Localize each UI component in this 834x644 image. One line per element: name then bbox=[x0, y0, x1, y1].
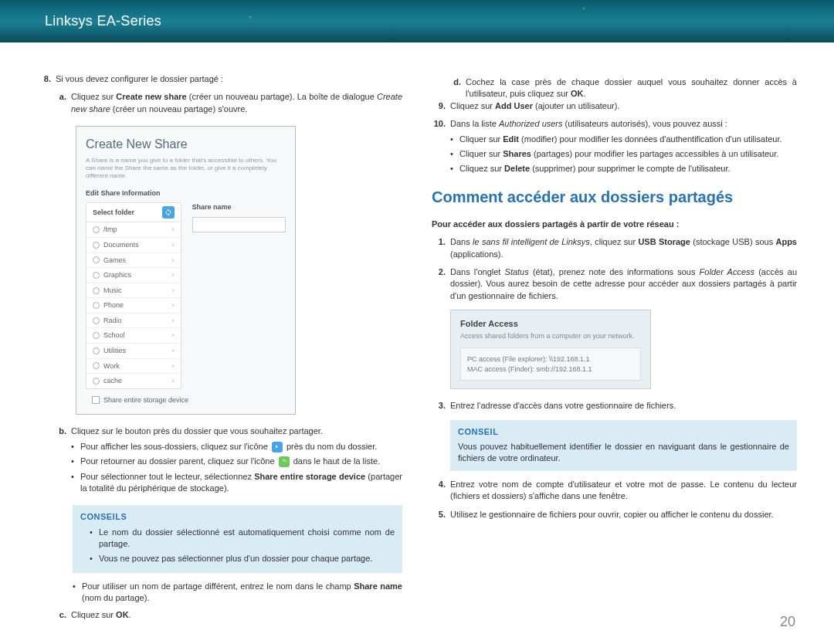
folder-item[interactable]: Games› bbox=[86, 253, 181, 269]
page-header: Linksys EA-Series bbox=[0, 0, 834, 42]
t: (utilisateurs autorisés), vous pouvez au… bbox=[563, 119, 727, 128]
folder-item[interactable]: Documents› bbox=[86, 238, 181, 253]
chevron-right-icon[interactable]: › bbox=[172, 346, 175, 356]
share-name-input[interactable] bbox=[192, 217, 286, 232]
tips-box: CONSEILS Le nom du dossier sélectionné e… bbox=[73, 505, 402, 573]
t: (stockage USB) sous bbox=[690, 237, 776, 246]
folder-name: School bbox=[103, 330, 125, 341]
radio-icon[interactable] bbox=[93, 347, 100, 354]
t: dans le haut de la liste. bbox=[291, 456, 381, 466]
share-entire-label: Share entire storage device bbox=[103, 395, 188, 405]
text: Cliquez sur le bouton près du dossier qu… bbox=[71, 426, 323, 436]
folder-name: Work bbox=[103, 361, 120, 371]
text: Cliquez sur Create new share (créer un n… bbox=[71, 91, 402, 115]
t: (modifier) pour modifier les données d'a… bbox=[519, 134, 782, 144]
page-body: 8. Si vous devez configurer le dossier p… bbox=[0, 42, 834, 642]
radio-icon[interactable] bbox=[93, 332, 100, 339]
chevron-right-icon[interactable]: › bbox=[172, 286, 175, 296]
tip-text: Vous pouvez habituellement identifier le… bbox=[458, 441, 789, 465]
t: Dans l'onglet bbox=[450, 267, 505, 276]
radio-icon[interactable] bbox=[93, 287, 100, 294]
chevron-right-icon[interactable]: › bbox=[172, 225, 175, 235]
intro: Pour accéder aux dossiers partagés à par… bbox=[432, 219, 797, 230]
folder-item[interactable]: /tmp› bbox=[86, 222, 181, 238]
folder-item[interactable]: cache› bbox=[86, 374, 181, 388]
t: Dans la liste bbox=[450, 119, 499, 128]
radio-icon[interactable] bbox=[93, 226, 100, 233]
refresh-icon[interactable] bbox=[162, 206, 175, 219]
bold: Share name bbox=[354, 581, 402, 591]
checkbox-icon[interactable] bbox=[92, 396, 100, 404]
radio-icon[interactable] bbox=[93, 302, 100, 309]
folder-item[interactable]: Work› bbox=[86, 359, 181, 375]
bold: USB Storage bbox=[638, 237, 690, 246]
letter: d. bbox=[450, 76, 466, 100]
step-8a: a. Cliquez sur Create new share (créer u… bbox=[56, 91, 402, 115]
t: (partages) pour modifier les partages ac… bbox=[531, 149, 778, 158]
chevron-right-icon[interactable]: › bbox=[172, 270, 175, 280]
step10-bullets: Cliquer sur Edit (modifier) pour modifie… bbox=[450, 134, 797, 175]
bold: Share entire storage device bbox=[254, 472, 365, 481]
bold: Edit bbox=[503, 134, 519, 144]
folder-list: Select folder /tmp›Documents›Games›Graph… bbox=[86, 202, 181, 389]
header-title: Linksys EA-Series bbox=[45, 12, 161, 31]
folder-item[interactable]: Music› bbox=[86, 283, 181, 299]
access-step-4: 4. Entrez votre nom de compte d'utilisat… bbox=[432, 479, 797, 503]
t: Cliquez sur bbox=[71, 610, 116, 619]
t: (supprimer) pour supprimer le compte de … bbox=[530, 164, 730, 173]
folder-item[interactable]: Radio› bbox=[86, 314, 181, 329]
step-number: 8. bbox=[37, 73, 56, 85]
chevron-right-icon[interactable]: › bbox=[172, 376, 175, 386]
t: Pour afficher les sous-dossiers, cliquez… bbox=[80, 442, 270, 451]
bullet: Cliquer sur Edit (modifier) pour modifie… bbox=[450, 134, 797, 145]
dialog-desc: A Share is a name you give to a folder t… bbox=[86, 157, 286, 181]
folder-name: /tmp bbox=[103, 225, 117, 235]
chevron-right-icon[interactable]: › bbox=[172, 300, 175, 310]
radio-icon[interactable] bbox=[93, 378, 100, 385]
folder-name: Utilities bbox=[103, 346, 126, 356]
chevron-right-icon[interactable]: › bbox=[172, 316, 175, 326]
radio-icon[interactable] bbox=[93, 317, 100, 324]
share-name-label: Share name bbox=[192, 202, 286, 212]
radio-icon[interactable] bbox=[93, 362, 100, 369]
folder-item[interactable]: Phone› bbox=[86, 298, 181, 314]
refresh-icon bbox=[279, 456, 290, 467]
tip-item: Vous ne pouvez pas sélectionner plus d'u… bbox=[90, 553, 395, 564]
t: . bbox=[584, 89, 586, 98]
folder-item[interactable]: Graphics› bbox=[86, 268, 181, 283]
share-entire-row[interactable]: Share entire storage device bbox=[86, 389, 286, 407]
folder-name: Games bbox=[103, 256, 126, 266]
folder-name: Music bbox=[103, 286, 122, 296]
t: (créer un nouveau partage). La boîte de … bbox=[187, 92, 377, 101]
folder-access-panel: Folder Access Access shared folders from… bbox=[450, 310, 651, 389]
step-9: 9. Cliquez sur Add User (ajouter un util… bbox=[432, 100, 797, 112]
panel-title: Folder Access bbox=[460, 318, 641, 330]
bullet: Pour afficher les sous-dossiers, cliquez… bbox=[71, 441, 402, 452]
sub-bullets: Pour afficher les sous-dossiers, cliquez… bbox=[71, 441, 402, 495]
step-number: 10. bbox=[432, 118, 450, 178]
t: Cliquez sur bbox=[459, 164, 504, 173]
edit-share-label: Edit Share Information bbox=[86, 188, 286, 198]
folder-name: cache bbox=[103, 376, 122, 386]
after-tip-bullets: Pour utiliser un nom de partage différen… bbox=[73, 581, 402, 605]
bold: Apps bbox=[775, 237, 797, 246]
chevron-right-icon[interactable]: › bbox=[172, 256, 175, 266]
chevron-right-icon[interactable]: › bbox=[172, 240, 175, 250]
t: , cliquez sur bbox=[590, 237, 639, 246]
folder-item[interactable]: School› bbox=[86, 328, 181, 344]
radio-icon[interactable] bbox=[93, 272, 100, 279]
folder-item[interactable]: Utilities› bbox=[86, 344, 181, 359]
t: (ajouter un utilisateur). bbox=[533, 101, 620, 110]
radio-icon[interactable] bbox=[93, 256, 100, 263]
t: (nom du partage). bbox=[82, 593, 149, 602]
step-number: 3. bbox=[432, 400, 450, 412]
italic: Folder Access bbox=[700, 267, 754, 276]
step-text: Si vous devez configurer le dossier part… bbox=[56, 73, 402, 85]
t: Pour retourner au dossier parent, clique… bbox=[80, 456, 277, 466]
chevron-right-icon[interactable]: › bbox=[172, 361, 175, 371]
bullet: Cliquez sur Delete (supprimer) pour supp… bbox=[450, 163, 797, 175]
text: Entrez votre nom de compte d'utilisateur… bbox=[450, 479, 797, 503]
chevron-right-icon[interactable]: › bbox=[172, 330, 175, 341]
t: près du nom du dossier. bbox=[284, 442, 377, 451]
radio-icon[interactable] bbox=[93, 242, 100, 249]
